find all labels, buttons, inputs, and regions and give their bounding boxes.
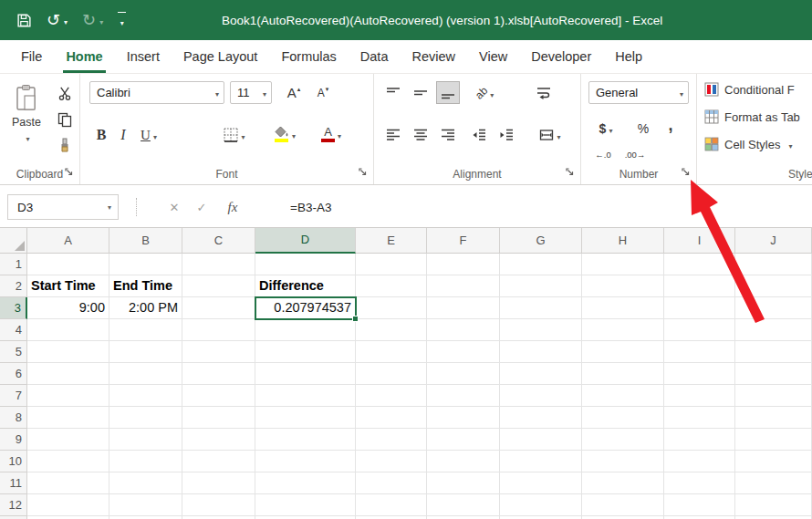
cell-I12[interactable]: [664, 494, 735, 516]
save-button[interactable]: [16, 13, 32, 28]
cancel-button[interactable]: ✕: [162, 194, 186, 220]
cell-B8[interactable]: [109, 407, 182, 429]
increase-decimal-button[interactable]: ←.0: [590, 145, 616, 163]
cell-A9[interactable]: [27, 429, 109, 451]
cell-I6[interactable]: [664, 363, 735, 385]
cell-A5[interactable]: [27, 341, 109, 363]
cell-A8[interactable]: [27, 407, 109, 429]
cell-F6[interactable]: [427, 363, 500, 385]
cell-J5[interactable]: [735, 341, 812, 363]
cell-I8[interactable]: [664, 407, 735, 429]
cell-D3[interactable]: 0.207974537: [255, 297, 356, 319]
fill-color-button[interactable]: [268, 121, 301, 147]
orientation-button[interactable]: ab: [467, 81, 502, 104]
cell-G2[interactable]: [500, 275, 582, 297]
row-header-11[interactable]: 11: [0, 472, 27, 494]
cell-H7[interactable]: [582, 385, 664, 407]
cell-J8[interactable]: [735, 407, 812, 429]
cell-H1[interactable]: [582, 254, 664, 275]
cell-H8[interactable]: [582, 407, 664, 429]
cell-B11[interactable]: [109, 472, 182, 494]
cell-G11[interactable]: [500, 472, 582, 494]
cell-G10[interactable]: [500, 451, 582, 472]
cell-B9[interactable]: [109, 429, 182, 451]
cell-I3[interactable]: [664, 297, 735, 319]
merge-center-button[interactable]: [531, 123, 569, 147]
row-header-5[interactable]: 5: [0, 341, 27, 363]
row-header-2[interactable]: 2: [0, 275, 27, 297]
column-header-I[interactable]: I: [664, 228, 735, 254]
cell-C11[interactable]: [182, 472, 255, 494]
cell-F9[interactable]: [427, 429, 500, 451]
cell-J12[interactable]: [735, 494, 812, 516]
cell-C4[interactable]: [182, 319, 255, 341]
cell-H3[interactable]: [582, 297, 664, 319]
row-header-10[interactable]: 10: [0, 451, 27, 472]
cell-J2[interactable]: [735, 275, 812, 297]
cell-F10[interactable]: [427, 451, 500, 472]
cell-E7[interactable]: [356, 385, 427, 407]
cell-F12[interactable]: [427, 494, 500, 516]
cell-B1[interactable]: [109, 254, 182, 275]
cell-J10[interactable]: [735, 451, 812, 472]
cell-C1[interactable]: [182, 254, 255, 275]
align-bottom-button[interactable]: [436, 81, 460, 104]
cell-H5[interactable]: [582, 341, 664, 363]
column-header-F[interactable]: F: [427, 228, 500, 254]
accounting-format-button[interactable]: $: [592, 118, 619, 140]
alignment-dialog-launcher[interactable]: [563, 165, 577, 179]
cell-C6[interactable]: [182, 363, 255, 385]
cell-F11[interactable]: [427, 472, 500, 494]
cell-E3[interactable]: [356, 297, 427, 319]
cell-C3[interactable]: [182, 297, 255, 319]
align-top-button[interactable]: [381, 81, 405, 104]
cell-I2[interactable]: [664, 275, 735, 297]
cell-C10[interactable]: [182, 451, 255, 472]
cell-C12[interactable]: [182, 494, 255, 516]
redo-button[interactable]: ↻: [82, 12, 103, 28]
cell-F1[interactable]: [427, 254, 500, 275]
increase-font-size-button[interactable]: A▴: [281, 81, 307, 104]
cell-H6[interactable]: [582, 363, 664, 385]
tab-data[interactable]: Data: [349, 40, 401, 73]
align-middle-button[interactable]: [409, 81, 432, 104]
cell-D9[interactable]: [255, 429, 356, 451]
cell-E12[interactable]: [356, 494, 427, 516]
row-header-4[interactable]: 4: [0, 319, 27, 341]
column-header-B[interactable]: B: [109, 228, 182, 254]
cell-B3[interactable]: 2:00 PM: [109, 297, 182, 319]
cell-G8[interactable]: [500, 407, 582, 429]
cell-D1[interactable]: [255, 254, 356, 275]
tab-developer[interactable]: Developer: [519, 40, 603, 73]
cell-E8[interactable]: [356, 407, 427, 429]
cell-H2[interactable]: [582, 275, 664, 297]
borders-button[interactable]: [219, 123, 250, 147]
column-header-C[interactable]: C: [182, 228, 255, 254]
cell-A1[interactable]: [27, 254, 109, 275]
format-painter-button[interactable]: [53, 134, 77, 156]
fill-handle[interactable]: [352, 316, 359, 322]
tab-home[interactable]: Home: [54, 40, 114, 73]
cell-C9[interactable]: [182, 429, 255, 451]
cell-A4[interactable]: [27, 319, 109, 341]
cell-B10[interactable]: [109, 451, 182, 472]
cell-G7[interactable]: [500, 385, 582, 407]
cell-D10[interactable]: [255, 451, 356, 472]
cell-J3[interactable]: [735, 297, 812, 319]
cell-I9[interactable]: [664, 429, 735, 451]
italic-button[interactable]: I: [115, 123, 131, 147]
wrap-text-button[interactable]: [531, 81, 557, 104]
cell-G4[interactable]: [500, 319, 582, 341]
cell-C7[interactable]: [182, 385, 255, 407]
format-as-table-button[interactable]: Format as Tab: [704, 109, 800, 124]
cell-H12[interactable]: [582, 494, 664, 516]
font-dialog-launcher[interactable]: [356, 165, 370, 179]
cell-J1[interactable]: [735, 254, 812, 275]
column-header-E[interactable]: E: [356, 228, 427, 254]
cell-F4[interactable]: [427, 319, 500, 341]
cell-D5[interactable]: [255, 341, 356, 363]
column-header-A[interactable]: A: [27, 228, 109, 254]
font-color-button[interactable]: A: [316, 121, 347, 147]
cell-B5[interactable]: [109, 341, 182, 363]
cell-F3[interactable]: [427, 297, 500, 319]
